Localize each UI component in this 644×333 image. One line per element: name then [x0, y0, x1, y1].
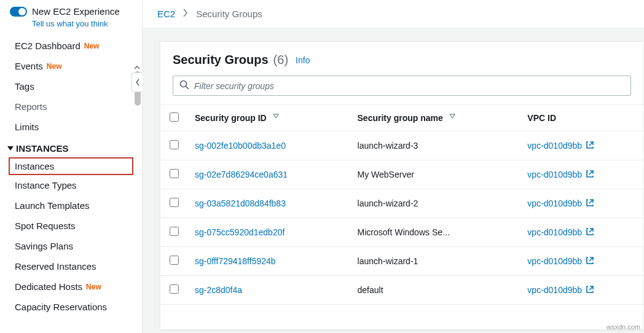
vpc-id-cell: vpc-d010d9bb [520, 276, 643, 305]
main-content: EC2 Security Groups Security Groups (6) … [143, 0, 644, 333]
vpc-link[interactable]: vpc-d010d9bb [527, 141, 636, 151]
security-group-id-link[interactable]: sg-002fe10b00db3a1e0 [187, 131, 350, 160]
nav-instance-types[interactable]: Instance Types [0, 175, 142, 195]
nav-limits[interactable]: Limits [0, 117, 142, 137]
security-group-name-cell: My WebServer [350, 160, 520, 189]
panel-header: Security Groups (6) Info [160, 42, 643, 76]
select-all-checkbox[interactable] [170, 112, 179, 122]
nav-label: Savings Plans [15, 241, 73, 251]
row-checkbox[interactable] [170, 198, 179, 207]
sort-icon [449, 113, 455, 123]
svg-line-4 [589, 200, 593, 203]
vpc-id-cell: vpc-d010d9bb [520, 218, 643, 247]
row-select-cell [160, 160, 187, 189]
security-groups-panel: Security Groups (6) Info Securit [160, 41, 644, 330]
security-group-name-cell: launch-wizard-3 [350, 131, 520, 160]
col-vpc-id[interactable]: VPC ID [520, 105, 643, 131]
nav-spot-requests[interactable]: Spot Requests [0, 216, 142, 236]
experience-title: New EC2 Experience [32, 6, 120, 17]
row-checkbox[interactable] [170, 140, 179, 149]
security-group-id-link[interactable]: sg-075cc5920d1edb20f [187, 218, 350, 247]
nav-label: Dedicated Hosts [15, 281, 82, 292]
nav-events[interactable]: Events New [0, 56, 142, 76]
row-checkbox[interactable] [170, 227, 179, 236]
col-label: Security group name [358, 113, 443, 123]
info-link[interactable]: Info [296, 55, 310, 65]
nav-label: EC2 Dashboard [15, 41, 80, 51]
table-row: sg-02e7d86294ce0a631My WebServervpc-d010… [160, 160, 643, 189]
security-group-id-link[interactable]: sg-0fff729418ff5924b [187, 247, 350, 276]
row-select-cell [160, 189, 187, 218]
vpc-id-cell: vpc-d010d9bb [520, 247, 643, 276]
sidebar-collapse-handle[interactable] [132, 72, 143, 92]
nav-label: Instance Types [15, 180, 77, 190]
filter-row [160, 76, 643, 104]
feedback-link[interactable]: Tell us what you think [0, 19, 142, 36]
row-select-cell [160, 276, 187, 305]
nav-label: Limits [15, 122, 39, 132]
nav-label: Events [15, 61, 43, 71]
security-group-name-cell: Microsoft Windows Se... [350, 218, 520, 247]
vpc-link[interactable]: vpc-d010d9bb [527, 198, 636, 209]
filter-box[interactable] [173, 76, 631, 96]
external-link-icon [586, 227, 594, 238]
external-link-icon [586, 256, 594, 267]
security-group-id-link[interactable]: sg-03a5821d08d84fb83 [187, 189, 350, 218]
vpc-link[interactable]: vpc-d010d9bb [527, 227, 636, 238]
sidebar-header: New EC2 Experience [0, 0, 142, 19]
nav-tags[interactable]: Tags [0, 76, 142, 96]
nav-label: Spot Requests [15, 221, 75, 231]
watermark: wsxdn.com [607, 323, 640, 331]
col-security-group-id[interactable]: Security group ID [187, 105, 350, 131]
security-group-name-cell: launch-wizard-1 [350, 247, 520, 276]
svg-point-0 [181, 81, 187, 87]
nav-label: Tags [15, 81, 34, 92]
table-row: sg-0fff729418ff5924blaunch-wizard-1vpc-d… [160, 247, 643, 276]
table-row: sg-002fe10b00db3a1e0launch-wizard-3vpc-d… [160, 131, 643, 160]
panel-count: (6) [273, 53, 288, 67]
svg-line-1 [186, 87, 189, 90]
nav-reports[interactable]: Reports [0, 96, 142, 117]
vpc-id-cell: vpc-d010d9bb [520, 160, 643, 189]
external-link-icon [586, 170, 594, 180]
svg-line-6 [589, 257, 593, 261]
vpc-link[interactable]: vpc-d010d9bb [527, 170, 636, 180]
vpc-id-cell: vpc-d010d9bb [520, 189, 643, 218]
table-row: sg-2c8d0f4adefaultvpc-d010d9bb [160, 276, 643, 305]
breadcrumb-ec2[interactable]: EC2 [157, 9, 175, 19]
nav-ec2-dashboard[interactable]: EC2 Dashboard New [0, 36, 142, 56]
nav-reserved-instances[interactable]: Reserved Instances [0, 256, 142, 276]
nav-capacity-reservations[interactable]: Capacity Reservations [0, 297, 142, 317]
section-instances-header[interactable]: INSTANCES [0, 137, 142, 157]
new-experience-toggle[interactable] [10, 7, 27, 17]
nav-savings-plans[interactable]: Savings Plans [0, 236, 142, 256]
sidebar: New EC2 Experience Tell us what you thin… [0, 0, 143, 333]
content-area: Security Groups (6) Info Securit [143, 28, 644, 333]
scroll-up-icon[interactable] [134, 63, 140, 69]
nav-instances[interactable]: Instances [9, 157, 133, 175]
nav-launch-templates[interactable]: Launch Templates [0, 195, 142, 216]
vpc-link[interactable]: vpc-d010d9bb [527, 256, 636, 267]
security-group-id-link[interactable]: sg-02e7d86294ce0a631 [187, 160, 350, 189]
section-label: INSTANCES [16, 143, 69, 154]
nav-label: Reports [15, 101, 47, 112]
security-group-id-link[interactable]: sg-2c8d0f4a [187, 276, 350, 305]
nav-label: Capacity Reservations [15, 302, 107, 312]
svg-line-3 [589, 171, 593, 174]
filter-input[interactable] [194, 81, 624, 91]
vpc-link[interactable]: vpc-d010d9bb [527, 285, 636, 296]
row-checkbox[interactable] [170, 169, 179, 178]
row-checkbox[interactable] [170, 284, 179, 294]
svg-line-2 [589, 142, 593, 146]
row-checkbox[interactable] [170, 256, 179, 265]
new-badge: New [86, 283, 101, 291]
nav-label: Instances [15, 161, 54, 171]
nav-label: Reserved Instances [15, 261, 96, 272]
row-select-cell [160, 218, 187, 247]
sort-icon [273, 113, 279, 123]
external-link-icon [586, 141, 594, 151]
sidebar-scroll-area: EC2 Dashboard New Events New Tags Report… [0, 36, 142, 333]
svg-line-5 [589, 229, 593, 232]
col-security-group-name[interactable]: Security group name [350, 105, 520, 131]
nav-dedicated-hosts[interactable]: Dedicated Hosts New [0, 276, 142, 297]
